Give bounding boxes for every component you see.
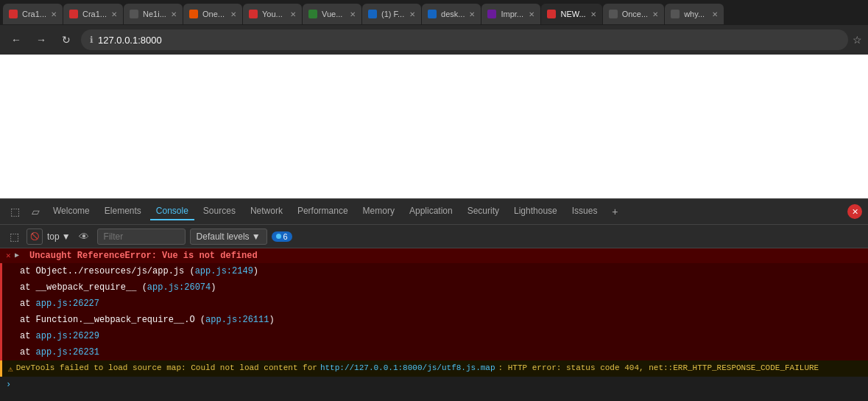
devtools-tab-performance[interactable]: Performance	[292, 203, 354, 220]
browser-chrome: Cra1... ✕ Cra1... ✕ Ne1i... ✕ One... ✕ Y…	[0, 0, 868, 55]
forward-button[interactable]: →	[31, 29, 52, 50]
console-output: ✕ ▶ Uncaught ReferenceError: Vue is not …	[0, 248, 868, 401]
tab-4[interactable]: One... ✕	[183, 4, 242, 24]
error-header-text: Uncaught ReferenceError: Vue is not defi…	[29, 251, 258, 261]
tab-label-3: Ne1i...	[143, 10, 166, 18]
console-level-select[interactable]: Default levels ▼	[190, 229, 267, 245]
stack-line-5: at app.js:26229	[0, 328, 868, 344]
error-x-icon: ✕	[6, 251, 11, 260]
warning-link[interactable]: http://127.0.0.1:8000/js/utf8.js.map	[320, 363, 495, 372]
level-dropdown-icon: ▼	[252, 231, 261, 242]
console-clear-button[interactable]: 🚫	[27, 229, 43, 245]
devtools-tab-application[interactable]: Application	[403, 203, 459, 220]
tab-close-12[interactable]: ✕	[712, 10, 718, 18]
devtools-add-tab-button[interactable]: +	[606, 203, 624, 220]
tab-label-1: Cra1...	[22, 10, 46, 18]
address-text: 127.0.0.1:8000	[98, 35, 162, 46]
stack-text-6: at	[20, 347, 36, 358]
console-eye-button[interactable]: 👁	[75, 228, 93, 245]
stack-text-5: at	[20, 331, 36, 341]
devtools-inspect-button[interactable]: ⬚	[6, 203, 24, 220]
devtools-tab-lighthouse[interactable]: Lighthouse	[508, 203, 563, 220]
console-sidebar-toggle[interactable]: ⬚	[6, 229, 22, 245]
stack-text-2: at __webpack_require__ (	[20, 282, 147, 293]
tab-close-11[interactable]: ✕	[652, 10, 658, 18]
tab-11[interactable]: Once... ✕	[603, 4, 664, 24]
tab-10[interactable]: NEW... ✕	[541, 4, 601, 24]
tab-label-6: Vue...	[322, 10, 345, 18]
tab-close-4[interactable]: ✕	[230, 10, 236, 18]
bookmark-button[interactable]: ☆	[853, 34, 862, 46]
tab-close-6[interactable]: ✕	[350, 10, 356, 18]
nav-bar: ← → ↻ ℹ 127.0.0.1:8000 ☆	[0, 25, 868, 55]
tab-favicon-11	[609, 10, 618, 18]
tab-favicon-12	[671, 10, 680, 18]
stack-line-1: at Object../resources/js/app.js (app.js:…	[0, 263, 868, 279]
devtools-panel: ⬚ ▱ Welcome Elements Console Sources Net…	[0, 198, 868, 401]
tab-close-8[interactable]: ✕	[469, 10, 475, 18]
tab-favicon-4	[189, 10, 198, 18]
stack-link-3[interactable]: app.js:26227	[36, 299, 99, 309]
level-label: Default levels	[197, 231, 250, 242]
tab-close-7[interactable]: ✕	[409, 10, 415, 18]
tab-favicon-3	[130, 10, 138, 18]
console-toolbar: ⬚ 🚫 top ▼ 👁 Default levels ▼ 6	[0, 225, 868, 248]
tab-close-10[interactable]: ✕	[590, 10, 596, 18]
console-warning-row: ⚠ DevTools failed to load source map: Co…	[0, 360, 868, 377]
devtools-tab-sources[interactable]: Sources	[197, 203, 241, 220]
tab-1[interactable]: Cra1... ✕	[3, 4, 63, 24]
tab-label-12: why...	[684, 10, 708, 18]
tab-label-5: You...	[262, 10, 286, 18]
stack-line-2: at __webpack_require__ (app.js:26074)	[0, 279, 868, 296]
devtools-tab-elements[interactable]: Elements	[99, 203, 147, 220]
devtools-tab-security[interactable]: Security	[462, 203, 505, 220]
console-prompt-row: ›	[0, 377, 868, 393]
tab-5[interactable]: You... ✕	[243, 4, 302, 24]
stack-link-4[interactable]: app.js:26111	[205, 315, 269, 325]
tab-favicon-2	[69, 10, 78, 18]
tab-9[interactable]: Impr... ✕	[481, 4, 540, 24]
tab-favicon-9	[487, 10, 496, 18]
tab-close-1[interactable]: ✕	[51, 10, 57, 18]
tab-favicon-6	[308, 10, 317, 18]
stack-text-3: at	[20, 299, 36, 309]
tab-label-4: One...	[202, 10, 226, 18]
console-filter-input[interactable]	[97, 229, 186, 245]
stack-link-1[interactable]: app.js:2149	[195, 266, 253, 276]
stack-link-6[interactable]: app.js:26231	[36, 347, 99, 358]
tab-favicon-8	[428, 10, 437, 18]
console-context-select[interactable]: top ▼	[47, 231, 71, 242]
tab-8[interactable]: desk... ✕	[422, 4, 481, 24]
reload-button[interactable]: ↻	[56, 29, 77, 50]
prompt-arrow-icon: ›	[6, 380, 11, 390]
tab-label-10: NEW...	[560, 10, 585, 18]
console-error-badge[interactable]: 6	[272, 231, 292, 242]
tab-6[interactable]: Vue... ✕	[303, 4, 361, 24]
tab-close-2[interactable]: ✕	[111, 10, 117, 18]
tab-close-5[interactable]: ✕	[290, 10, 296, 18]
tab-2[interactable]: Cra1... ✕	[63, 4, 123, 24]
devtools-tab-issues[interactable]: Issues	[566, 203, 604, 220]
stack-link-5[interactable]: app.js:26229	[36, 331, 99, 341]
tab-label-7: (1) F...	[381, 10, 405, 18]
tab-favicon-7	[368, 10, 377, 18]
stack-line-6: at app.js:26231	[0, 344, 868, 360]
devtools-tab-console[interactable]: Console	[150, 203, 194, 220]
devtools-tab-network[interactable]: Network	[244, 203, 289, 220]
warning-text: DevTools failed to load source map: Coul…	[16, 363, 317, 372]
error-expand-icon[interactable]: ▶	[15, 251, 19, 259]
tab-3[interactable]: Ne1i... ✕	[124, 4, 183, 24]
devtools-device-button[interactable]: ▱	[27, 203, 44, 220]
tab-close-9[interactable]: ✕	[529, 10, 534, 18]
tab-12[interactable]: why... ✕	[665, 4, 724, 24]
stack-link-2[interactable]: app.js:26074	[147, 282, 211, 293]
tab-label-2: Cra1...	[82, 10, 107, 18]
back-button[interactable]: ←	[6, 29, 27, 50]
devtools-tab-memory[interactable]: Memory	[357, 203, 401, 220]
devtools-close-button[interactable]: ✕	[847, 204, 862, 219]
address-bar[interactable]: ℹ 127.0.0.1:8000	[81, 29, 848, 50]
tab-7[interactable]: (1) F... ✕	[362, 4, 421, 24]
devtools-tab-welcome[interactable]: Welcome	[47, 203, 96, 220]
console-error-header: ✕ ▶ Uncaught ReferenceError: Vue is not …	[0, 248, 868, 263]
tab-close-3[interactable]: ✕	[171, 10, 177, 18]
